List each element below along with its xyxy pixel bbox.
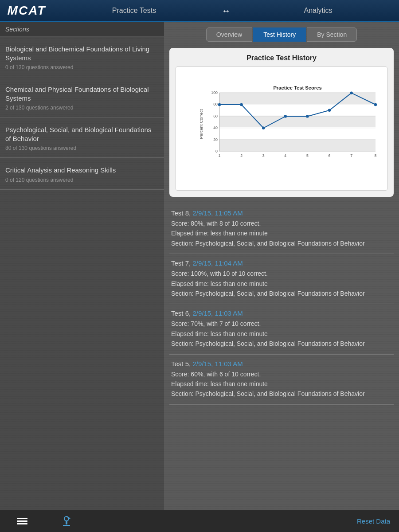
svg-rect-39 bbox=[63, 525, 70, 526]
test-entry-5-detail: Score: 60%, with 6 of 10 correct. Elapse… bbox=[171, 369, 392, 399]
bottom-icon-layers[interactable] bbox=[0, 514, 44, 528]
practice-tests-label: Practice Tests bbox=[112, 7, 156, 15]
chart-area: Percent Correct Practice Test Scores 100… bbox=[176, 66, 387, 191]
nav-arrow[interactable]: ↔ bbox=[215, 6, 237, 16]
test-entry-7-elapsed: Elapsed time: less than one minute bbox=[171, 279, 392, 289]
test-entry-5-elapsed: Elapsed time: less than one minute bbox=[171, 379, 392, 389]
chart-svg: Percent Correct Practice Test Scores 100… bbox=[198, 71, 383, 177]
test-entry-7-detail: Score: 100%, with 10 of 10 correct. Elap… bbox=[171, 269, 392, 298]
svg-text:2: 2 bbox=[240, 153, 243, 158]
test-entry-8-label: Test 8 bbox=[171, 209, 189, 217]
tab-test-history[interactable]: Test History bbox=[253, 27, 306, 42]
analytics-label: Analytics bbox=[304, 7, 332, 15]
svg-rect-4 bbox=[219, 139, 376, 151]
test-entry-6-date: 2/9/15, 11:03 AM bbox=[192, 309, 243, 317]
svg-text:20: 20 bbox=[213, 137, 218, 142]
test-entry-5: Test 5, 2/9/15, 11:03 AM Score: 60%, wit… bbox=[169, 355, 394, 405]
tab-overview[interactable]: Overview bbox=[206, 27, 252, 42]
svg-text:Practice Test Scores: Practice Test Scores bbox=[273, 85, 321, 90]
sidebar-header-label: Sections bbox=[5, 26, 29, 33]
svg-text:60: 60 bbox=[213, 114, 218, 118]
sidebar-item-chem-phys[interactable]: Chemical and Physical Foundations of Bio… bbox=[0, 77, 164, 117]
sidebar-item-psych[interactable]: Psychological, Social, and Biological Fo… bbox=[0, 117, 164, 158]
svg-text:Percent Correct: Percent Correct bbox=[199, 109, 203, 139]
sidebar: Sections Biological and Biochemical Foun… bbox=[0, 22, 164, 510]
svg-text:7: 7 bbox=[350, 153, 352, 158]
svg-text:4: 4 bbox=[284, 153, 286, 158]
sidebar-item-bio-biochem-subtitle: 0 of 130 questions answered bbox=[5, 64, 159, 70]
sidebar-item-chem-phys-title: Chemical and Physical Foundations of Bio… bbox=[5, 85, 159, 102]
tab-bar: Overview Test History By Section bbox=[169, 27, 394, 42]
test-entry-6: Test 6, 2/9/15, 11:03 AM Score: 70%, wit… bbox=[169, 304, 394, 354]
svg-rect-3 bbox=[219, 116, 376, 127]
analytics-nav[interactable]: Analytics bbox=[237, 7, 399, 15]
test-entry-7-label: Test 7 bbox=[171, 259, 189, 267]
sidebar-item-psych-subtitle: 80 of 130 questions answered bbox=[5, 145, 159, 151]
svg-point-31 bbox=[328, 109, 331, 112]
sidebar-item-cars-title: Critical Analysis and Reasoning Skills bbox=[5, 166, 159, 175]
test-entry-6-section: Section: Psychological, Social, and Biol… bbox=[171, 339, 392, 348]
svg-text:40: 40 bbox=[213, 125, 218, 130]
svg-point-32 bbox=[350, 91, 352, 94]
test-entry-7: Test 7, 2/9/15, 11:04 AM Score: 100%, wi… bbox=[169, 254, 394, 304]
svg-point-33 bbox=[374, 103, 377, 106]
svg-point-26 bbox=[218, 103, 221, 106]
test-entry-8-elapsed: Elapsed time: less than one minute bbox=[171, 228, 392, 238]
reset-data-label: Reset Data bbox=[357, 517, 390, 525]
test-entry-5-section: Section: Psychological, Social, and Biol… bbox=[171, 389, 392, 399]
svg-text:5: 5 bbox=[306, 153, 309, 158]
test-entry-8-date: 2/9/15, 11:05 AM bbox=[192, 209, 243, 217]
test-entry-5-date: 2/9/15, 11:03 AM bbox=[192, 360, 243, 368]
bottom-icon-microscope[interactable] bbox=[44, 514, 89, 528]
svg-point-29 bbox=[284, 115, 287, 117]
sidebar-item-cars-subtitle: 0 of 120 questions answered bbox=[5, 177, 159, 183]
arrow-icon: ↔ bbox=[222, 6, 231, 16]
sidebar-item-psych-title: Psychological, Social, and Biological Fo… bbox=[5, 125, 159, 143]
svg-point-28 bbox=[262, 127, 265, 129]
microscope-icon bbox=[59, 514, 74, 528]
sidebar-item-chem-phys-subtitle: 2 of 130 questions answered bbox=[5, 105, 159, 111]
svg-point-30 bbox=[306, 115, 309, 117]
test-entry-7-date: 2/9/15, 11:04 AM bbox=[192, 259, 243, 267]
bottom-bar: Reset Data bbox=[0, 510, 399, 532]
logo-area: MCAT bbox=[0, 4, 53, 18]
svg-text:80: 80 bbox=[213, 102, 218, 106]
practice-tests-nav[interactable]: Practice Tests bbox=[53, 7, 215, 15]
test-entry-7-header: Test 7, 2/9/15, 11:04 AM bbox=[171, 259, 392, 267]
sidebar-item-bio-biochem[interactable]: Biological and Biochemical Foundations o… bbox=[0, 37, 164, 77]
reset-data-button[interactable]: Reset Data bbox=[357, 517, 390, 525]
test-entry-6-label: Test 6 bbox=[171, 309, 189, 317]
test-entry-6-score: Score: 70%, with 7 of 10 correct. bbox=[171, 319, 392, 329]
test-entry-6-detail: Score: 70%, with 7 of 10 correct. Elapse… bbox=[171, 319, 392, 348]
svg-point-27 bbox=[240, 103, 243, 106]
sidebar-item-cars[interactable]: Critical Analysis and Reasoning Skills 0… bbox=[0, 158, 164, 190]
right-panel: Overview Test History By Section Practic… bbox=[164, 22, 399, 510]
test-entry-5-score: Score: 60%, with 6 of 10 correct. bbox=[171, 369, 392, 379]
svg-rect-35 bbox=[17, 520, 27, 522]
app-header: MCAT Practice Tests ↔ Analytics bbox=[0, 0, 399, 22]
svg-text:100: 100 bbox=[211, 90, 218, 95]
test-entry-5-label: Test 5 bbox=[171, 360, 189, 368]
layers-icon bbox=[15, 514, 29, 528]
test-entry-5-header: Test 5, 2/9/15, 11:03 AM bbox=[171, 360, 392, 368]
svg-text:3: 3 bbox=[262, 153, 265, 158]
tab-by-section[interactable]: By Section bbox=[307, 27, 357, 42]
test-entry-6-header: Test 6, 2/9/15, 11:03 AM bbox=[171, 309, 392, 317]
chart-card-title: Practice Test History bbox=[176, 54, 387, 62]
test-entry-8-header: Test 8, 2/9/15, 11:05 AM bbox=[171, 209, 392, 217]
chart-card: Practice Test History Percent Correct Pr… bbox=[169, 48, 394, 197]
sidebar-item-bio-biochem-title: Biological and Biochemical Foundations o… bbox=[5, 45, 159, 62]
test-entry-7-section: Section: Psychological, Social, and Biol… bbox=[171, 289, 392, 298]
main-layout: Sections Biological and Biochemical Foun… bbox=[0, 22, 399, 510]
test-entry-7-score: Score: 100%, with 10 of 10 correct. bbox=[171, 269, 392, 278]
app-logo: MCAT bbox=[8, 4, 46, 18]
svg-rect-34 bbox=[17, 518, 27, 519]
test-entry-8: Test 8, 2/9/15, 11:05 AM Score: 80%, wit… bbox=[169, 204, 394, 254]
svg-text:1: 1 bbox=[219, 153, 221, 158]
test-entry-8-score: Score: 80%, with 8 of 10 correct. bbox=[171, 219, 392, 228]
svg-rect-38 bbox=[66, 521, 67, 524]
svg-text:0: 0 bbox=[215, 149, 218, 153]
test-entry-8-section: Section: Psychological, Social, and Biol… bbox=[171, 239, 392, 248]
svg-text:6: 6 bbox=[329, 153, 331, 158]
test-entry-6-elapsed: Elapsed time: less than one minute bbox=[171, 329, 392, 339]
